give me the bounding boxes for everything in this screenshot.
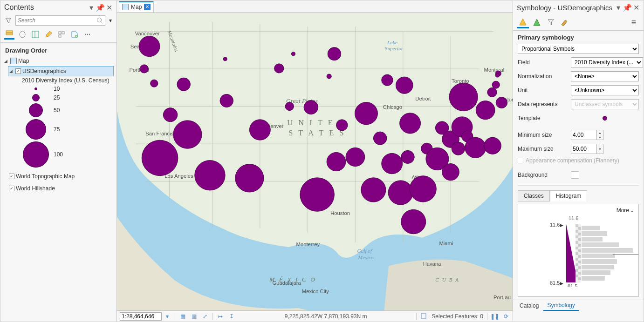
proportional-symbol[interactable] [223, 57, 227, 61]
chevron-down-icon[interactable]: ▾ [88, 4, 95, 11]
proportional-symbol[interactable] [285, 102, 294, 111]
list-by-selection-icon[interactable] [30, 29, 41, 40]
close-icon[interactable]: ✕ [632, 4, 640, 11]
proportional-symbol[interactable] [492, 81, 500, 88]
proportional-symbol[interactable] [274, 64, 284, 73]
spinner-up-icon[interactable]: ▲ [597, 130, 603, 135]
proportional-symbol[interactable] [442, 164, 459, 181]
proportional-symbol[interactable] [355, 102, 377, 125]
dynamic-constraints-icon[interactable]: ↦ [217, 313, 224, 320]
proportional-symbol[interactable] [300, 178, 335, 212]
background-swatch[interactable] [571, 171, 579, 179]
close-icon[interactable]: ✕ [105, 4, 113, 11]
spinner-down-icon[interactable]: ▼ [597, 135, 603, 140]
proportional-symbol[interactable] [476, 101, 495, 119]
field-select[interactable]: 2010 Diversity Index (... [571, 57, 643, 67]
dropdown-arrow-icon[interactable]: ▼ [597, 144, 603, 154]
more-button[interactable]: More⌄ [617, 207, 635, 214]
snap-icon[interactable]: ⤢ [201, 313, 209, 320]
proportional-symbol[interactable] [249, 120, 270, 140]
advanced-symbol-icon[interactable] [559, 16, 571, 28]
layer-basemap[interactable]: ✓ World Topographic Map [8, 171, 114, 181]
classes-tab[interactable]: Classes [518, 190, 550, 201]
menu-icon[interactable]: ≡ [628, 16, 640, 28]
histogram-tab[interactable]: Histogram [550, 190, 588, 201]
proportional-symbol[interactable] [163, 108, 178, 122]
proportional-symbol[interactable] [449, 83, 478, 111]
map-node[interactable]: ◢ Map [3, 56, 114, 66]
proportional-symbol[interactable] [487, 87, 497, 97]
proportional-symbol[interactable] [346, 148, 365, 166]
proportional-symbol[interactable] [465, 137, 486, 158]
chevron-down-icon[interactable]: ▾ [615, 4, 622, 11]
proportional-symbol[interactable] [388, 181, 413, 205]
proportional-symbol[interactable] [140, 65, 148, 73]
proportional-symbol[interactable] [373, 132, 387, 145]
proportional-symbol[interactable] [396, 77, 413, 94]
proportional-symbol[interactable] [496, 97, 507, 108]
proportional-symbol[interactable] [291, 52, 295, 56]
selection-icon[interactable] [420, 313, 428, 320]
template-symbol[interactable] [603, 116, 607, 121]
proportional-symbol[interactable] [361, 178, 386, 202]
normalization-select[interactable]: <None> [571, 71, 639, 81]
minimum-size-spinner[interactable]: ▲▼ [571, 130, 603, 140]
corrections-icon[interactable]: ↧ [228, 313, 235, 320]
filter-icon[interactable] [3, 15, 14, 26]
search-dropdown-icon[interactable]: ▾ [107, 17, 114, 24]
scale-input[interactable] [120, 312, 162, 321]
appearance-checkbox[interactable] [518, 158, 523, 163]
proportional-symbol[interactable] [195, 160, 225, 190]
proportional-symbol[interactable] [401, 209, 426, 234]
refresh-icon[interactable]: ⟳ [502, 313, 510, 320]
catalog-tab[interactable]: Catalog [516, 301, 542, 310]
more-icon[interactable]: ⋯ [82, 29, 93, 40]
pin-icon[interactable]: 📌 [96, 4, 104, 11]
maximum-size-dropdown[interactable]: ▼ [571, 144, 603, 154]
proportional-symbol[interactable] [173, 121, 202, 148]
layer-visibility-checkbox[interactable]: ✓ [9, 174, 14, 179]
layer-visibility-checkbox[interactable]: ✓ [15, 68, 21, 74]
scale-dropdown-icon[interactable]: ▾ [164, 313, 171, 320]
symbology-bottom-tab[interactable]: Symbology [543, 301, 578, 311]
unit-select[interactable]: <Unknown> [571, 85, 639, 95]
search-input[interactable] [15, 15, 105, 26]
list-by-snapping-icon[interactable] [56, 29, 67, 40]
proportional-symbol[interactable] [328, 47, 341, 60]
list-by-source-icon[interactable] [17, 29, 27, 40]
proportional-symbol[interactable] [400, 113, 421, 134]
symbolize-layer-icon[interactable] [517, 16, 529, 28]
map-tab[interactable]: Map ✕ [119, 1, 154, 12]
layer-basemap[interactable]: ✓ World Hillshade [8, 183, 114, 194]
proportional-symbol[interactable] [151, 80, 158, 87]
proportional-symbol[interactable] [401, 150, 415, 163]
proportional-symbol[interactable] [327, 74, 331, 79]
proportional-symbol[interactable] [336, 120, 348, 131]
grid-icon[interactable]: ▦ [179, 313, 186, 320]
list-by-editing-icon[interactable] [43, 29, 54, 40]
list-by-labeling-icon[interactable]: + [69, 29, 80, 40]
symbology-mode-select[interactable]: Proportional Symbols [518, 44, 639, 54]
proportional-symbol[interactable] [177, 78, 191, 91]
layer-usdemographics[interactable]: ◢ ✓ USDemographics [8, 66, 114, 76]
search-field[interactable] [18, 17, 96, 24]
proportional-symbol[interactable] [452, 142, 465, 155]
collapse-arrow-icon[interactable]: ◢ [4, 59, 9, 63]
collapse-arrow-icon[interactable]: ◢ [9, 69, 14, 74]
proportional-symbol[interactable] [382, 153, 403, 174]
close-tab-icon[interactable]: ✕ [144, 4, 151, 10]
proportional-symbol[interactable] [142, 140, 178, 176]
proportional-symbol[interactable] [484, 137, 501, 154]
layer-visibility-checkbox[interactable]: ✓ [9, 186, 14, 191]
proportional-symbol[interactable] [327, 152, 346, 171]
symbol-filter-icon[interactable] [545, 16, 557, 28]
proportional-symbol[interactable] [235, 164, 264, 192]
map-view[interactable]: U N I T E D S T A T E S Great Plains Gul… [117, 13, 513, 310]
grid2-icon[interactable]: ▥ [190, 313, 198, 320]
pause-drawing-icon[interactable]: ❚❚ [491, 313, 499, 320]
proportional-symbol[interactable] [410, 176, 436, 202]
pin-icon[interactable]: 📌 [623, 4, 631, 11]
proportional-symbol[interactable] [139, 36, 160, 56]
vary-by-attribute-icon[interactable] [531, 16, 543, 28]
proportional-symbol[interactable] [382, 74, 393, 86]
